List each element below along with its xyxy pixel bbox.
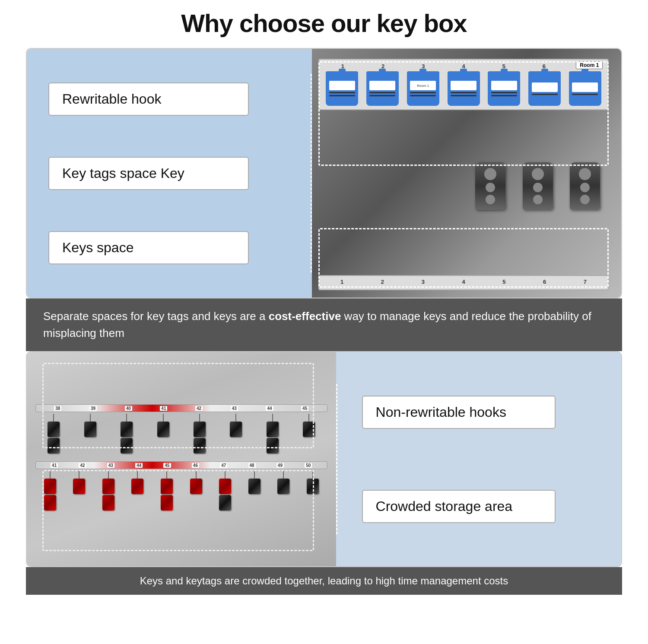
key-tag-4 [448, 71, 480, 106]
page-title: Why choose our key box [26, 9, 622, 38]
feature-crowded-storage: Crowded storage area [362, 490, 556, 523]
key-cabinet-top: Room 1 1 2 3 4 5 6 7 [318, 59, 609, 110]
key-tag-7 [569, 71, 601, 106]
key-tag-3: Room 1 [407, 71, 439, 106]
description-text-before-bold: Separate spaces for key tags and keys ar… [43, 310, 269, 323]
key-tag-2 [366, 71, 399, 106]
key-tag-1 [326, 71, 358, 106]
right-photo-panel: Room 1 1 2 3 4 5 6 7 [312, 49, 621, 298]
red-keys-row [35, 469, 327, 514]
car-keys-area [467, 158, 609, 210]
feature-keys-space: Keys space [48, 231, 249, 264]
bottom-left-panel: 38 39 40 41 42 43 44 45 [27, 352, 336, 566]
footer-text: Keys and keytags are crowded together, l… [140, 575, 508, 587]
car-key-2 [523, 162, 553, 210]
footer-band: Keys and keytags are crowded together, l… [26, 567, 622, 595]
key-tags-row: Room 1 [323, 71, 605, 106]
top-section: Rewritable hook Key tags space Key Keys … [26, 48, 622, 298]
key-cabinet-bottom: 1 2 3 4 5 6 7 [318, 275, 609, 290]
car-key-3 [570, 162, 600, 210]
room-label-top: Room 1 [576, 61, 603, 69]
left-feature-panel: Rewritable hook Key tags space Key Keys … [27, 49, 312, 298]
key-tag-6 [528, 71, 561, 106]
key-rack-bottom: 41 42 43 44 45 46 47 48 49 50 [35, 461, 327, 514]
number-row-bottom: 1 2 3 4 5 6 7 [322, 279, 606, 285]
description-bold-text: cost-effective [269, 310, 341, 323]
page-wrapper: Why choose our key box Rewritable hook K… [0, 0, 648, 608]
key-tag-5 [488, 71, 520, 106]
bottom-right-panel: Non-rewritable hooks Crowded storage are… [336, 352, 621, 566]
car-key-1 [475, 162, 505, 210]
black-keys-row [35, 412, 327, 457]
feature-non-rewritable-hooks: Non-rewritable hooks [362, 396, 556, 429]
bottom-section: 38 39 40 41 42 43 44 45 [26, 351, 622, 567]
feature-rewritable-hook: Rewritable hook [48, 82, 249, 116]
rack-bar-bottom: 41 42 43 44 45 46 47 48 49 50 [35, 461, 327, 469]
key-rack-top: 38 39 40 41 42 43 44 45 [35, 404, 327, 457]
rack-bar-top: 38 39 40 41 42 43 44 45 [35, 404, 327, 412]
description-band: Separate spaces for key tags and keys ar… [26, 298, 622, 351]
feature-key-tags-space: Key tags space Key [48, 157, 249, 190]
